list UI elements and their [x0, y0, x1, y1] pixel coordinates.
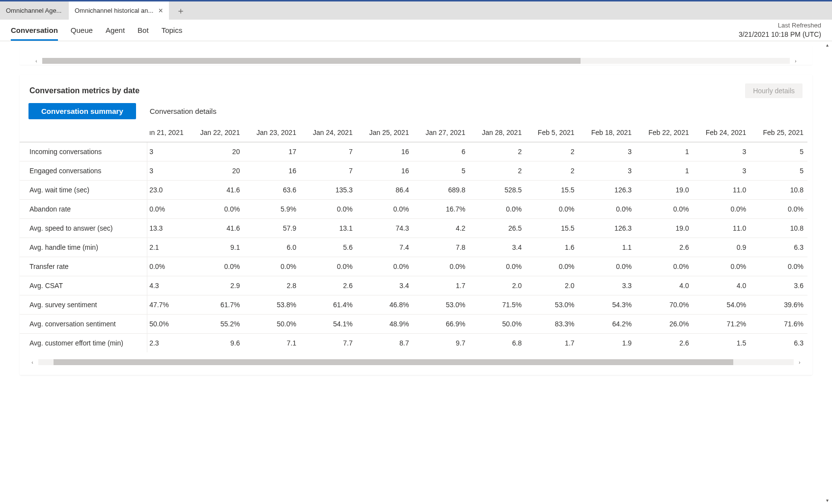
metric-value[interactable]: 126.3	[579, 181, 636, 200]
metric-value[interactable]: 15.5	[526, 181, 578, 200]
metric-value[interactable]: 126.3	[579, 219, 636, 238]
metric-name[interactable]: Transfer rate	[20, 257, 147, 276]
tab-agent[interactable]: Agent	[106, 20, 125, 41]
tab-conversation[interactable]: Conversation	[11, 20, 58, 41]
metric-value[interactable]: 50.0%	[147, 315, 188, 334]
metric-value[interactable]: 1	[636, 142, 693, 161]
metric-value[interactable]: 16.7%	[413, 200, 470, 219]
metric-value[interactable]: 7.1	[244, 334, 300, 353]
metric-value[interactable]: 0.0%	[357, 200, 413, 219]
metric-value[interactable]: 54.0%	[693, 295, 750, 315]
metric-value[interactable]: 4.3	[147, 276, 188, 295]
metric-value[interactable]: 3	[579, 161, 636, 181]
metric-value[interactable]: 71.5%	[469, 295, 526, 315]
metric-value[interactable]: 3.4	[469, 238, 526, 257]
metric-value[interactable]: 5.9%	[244, 200, 300, 219]
metric-value[interactable]: 2.3	[147, 334, 188, 353]
tab-queue[interactable]: Queue	[71, 20, 93, 41]
metric-value[interactable]: 7	[300, 142, 357, 161]
new-tab-button[interactable]: ＋	[169, 1, 193, 20]
metric-value[interactable]: 0.0%	[300, 257, 357, 276]
metric-value[interactable]: 1.7	[413, 276, 470, 295]
metric-value[interactable]: 55.2%	[188, 315, 244, 334]
metric-value[interactable]: 7	[300, 161, 357, 181]
metric-value[interactable]: 3	[147, 142, 188, 161]
metric-value[interactable]: 6.0	[244, 238, 300, 257]
metric-value[interactable]: 11.0	[693, 219, 750, 238]
metric-value[interactable]: 64.2%	[579, 315, 636, 334]
metric-value[interactable]: 2.6	[636, 334, 693, 353]
close-icon[interactable]: ×	[158, 7, 163, 15]
metric-value[interactable]: 0.0%	[579, 200, 636, 219]
metric-value[interactable]: 6	[413, 142, 470, 161]
metric-value[interactable]: 1.9	[579, 334, 636, 353]
sub-tab-conversation-details[interactable]: Conversation details	[150, 103, 217, 119]
metric-value[interactable]: 2.6	[300, 276, 357, 295]
metric-value[interactable]: 63.6	[244, 181, 300, 200]
metric-value[interactable]: 0.9	[693, 238, 750, 257]
metric-name[interactable]: Avg. wait time (sec)	[20, 181, 147, 200]
metric-value[interactable]: 135.3	[300, 181, 357, 200]
metric-value[interactable]: 2.0	[469, 276, 526, 295]
metric-value[interactable]: 10.8	[750, 181, 807, 200]
table-header-col[interactable]: Feb 18, 2021	[579, 123, 636, 142]
metric-value[interactable]: 3.4	[357, 276, 413, 295]
metric-value[interactable]: 15.5	[526, 219, 578, 238]
table-header-col[interactable]: Jan 25, 2021	[357, 123, 413, 142]
table-header-col[interactable]: Jan 24, 2021	[300, 123, 357, 142]
scroll-down-icon[interactable]: ▾	[826, 498, 829, 503]
metric-name[interactable]: Avg. speed to answer (sec)	[20, 219, 147, 238]
table-header-col[interactable]: Feb 24, 2021	[693, 123, 750, 142]
metric-value[interactable]: 7.4	[357, 238, 413, 257]
metric-value[interactable]: 7.7	[300, 334, 357, 353]
table-header-col[interactable]: Jan 28, 2021	[469, 123, 526, 142]
metric-value[interactable]: 53.8%	[244, 295, 300, 315]
metric-value[interactable]: 2.0	[526, 276, 578, 295]
metric-value[interactable]: 7.8	[413, 238, 470, 257]
metric-value[interactable]: 53.0%	[413, 295, 470, 315]
metric-value[interactable]: 0.0%	[469, 257, 526, 276]
browser-tab-active[interactable]: Omnichannel historical an... ×	[69, 1, 169, 20]
table-header-col[interactable]: Jan 23, 2021	[244, 123, 300, 142]
metric-value[interactable]: 2	[526, 161, 578, 181]
browser-tab-inactive[interactable]: Omnichannel Age...	[0, 1, 69, 20]
metric-value[interactable]: 47.7%	[147, 295, 188, 315]
metric-name[interactable]: Avg. survey sentiment	[20, 295, 147, 315]
metric-value[interactable]: 0.0%	[413, 257, 470, 276]
metric-value[interactable]: 4.0	[693, 276, 750, 295]
table-header-col[interactable]: Jan 22, 2021	[188, 123, 244, 142]
metric-value[interactable]: 0.0%	[147, 257, 188, 276]
metric-value[interactable]: 6.3	[750, 238, 807, 257]
metric-value[interactable]: 0.0%	[693, 257, 750, 276]
metric-value[interactable]: 19.0	[636, 219, 693, 238]
metric-value[interactable]: 0.0%	[300, 200, 357, 219]
scroll-left-icon[interactable]: ‹	[29, 360, 35, 365]
metric-value[interactable]: 19.0	[636, 181, 693, 200]
metric-value[interactable]: 41.6	[188, 219, 244, 238]
table-header-col[interactable]: ın 21, 2021	[147, 123, 188, 142]
table-header-col[interactable]: Feb 5, 2021	[526, 123, 578, 142]
metric-value[interactable]: 71.2%	[693, 315, 750, 334]
metric-value[interactable]: 26.0%	[636, 315, 693, 334]
metric-value[interactable]: 2.1	[147, 238, 188, 257]
metric-value[interactable]: 528.5	[469, 181, 526, 200]
metric-value[interactable]: 5	[413, 161, 470, 181]
scroll-left-icon[interactable]: ‹	[33, 58, 39, 64]
metric-value[interactable]: 61.4%	[300, 295, 357, 315]
metric-value[interactable]: 16	[357, 142, 413, 161]
metric-value[interactable]: 0.0%	[244, 257, 300, 276]
metric-value[interactable]: 0.0%	[526, 257, 578, 276]
scroll-track[interactable]	[38, 359, 794, 365]
table-header-col[interactable]: Feb 25, 2021	[750, 123, 807, 142]
metric-value[interactable]: 0.0%	[750, 200, 807, 219]
metric-value[interactable]: 9.7	[413, 334, 470, 353]
metric-value[interactable]: 0.0%	[188, 200, 244, 219]
metric-value[interactable]: 2.8	[244, 276, 300, 295]
tab-bot[interactable]: Bot	[138, 20, 149, 41]
scroll-right-icon[interactable]: ›	[797, 360, 803, 365]
metric-value[interactable]: 48.9%	[357, 315, 413, 334]
metric-value[interactable]: 2	[469, 161, 526, 181]
metric-value[interactable]: 3	[579, 142, 636, 161]
metric-value[interactable]: 54.1%	[300, 315, 357, 334]
metric-value[interactable]: 0.0%	[469, 200, 526, 219]
